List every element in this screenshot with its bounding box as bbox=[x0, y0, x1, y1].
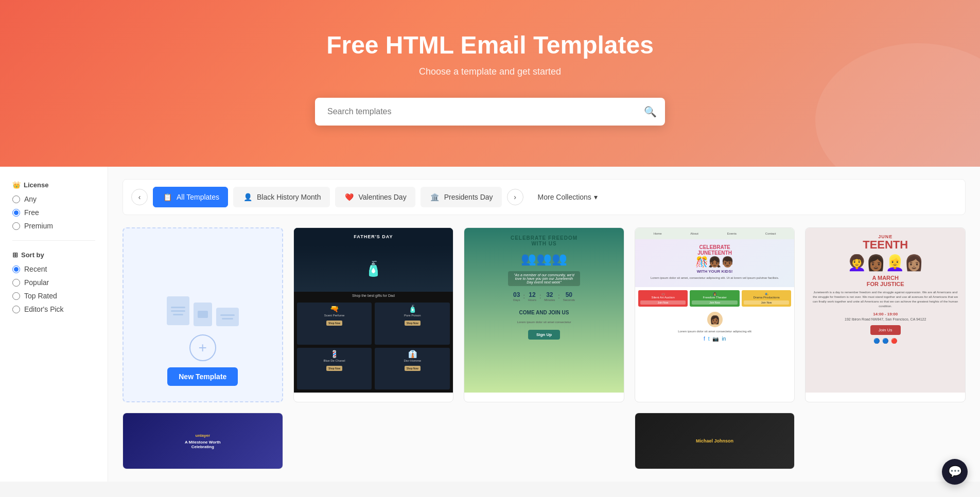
empty-slot-2 bbox=[464, 413, 624, 469]
license-filter-group: Any Free Premium bbox=[12, 195, 95, 230]
milestone-title: unlayer bbox=[196, 433, 210, 438]
june-card-1-title: Silent Art Auction bbox=[640, 296, 686, 299]
sort-editors-pick[interactable]: Editor's Pick bbox=[12, 305, 95, 313]
march-facebook-icon: 🔵 bbox=[873, 338, 880, 344]
collection-all-templates[interactable]: 📋 All Templates bbox=[153, 187, 228, 207]
june-social: f t 📷 in bbox=[635, 336, 795, 345]
timer-minutes: 32 Minutes bbox=[544, 291, 555, 303]
product-2-btn: Shop Now bbox=[405, 321, 421, 326]
march-instagram-icon: 🔴 bbox=[891, 338, 897, 344]
placeholder-line bbox=[171, 310, 185, 312]
more-collections-button[interactable]: More Collections ▾ bbox=[531, 189, 605, 205]
valentines-icon: ❤️ bbox=[344, 191, 355, 203]
license-any[interactable]: Any bbox=[12, 195, 95, 203]
product-4-btn: Shop Now bbox=[405, 366, 421, 371]
collections-bar: ‹ 📋 All Templates 👤 Black History Month … bbox=[122, 179, 966, 215]
june-card-3-btn: Join Now bbox=[744, 300, 790, 305]
timer-sep2: : bbox=[539, 291, 541, 303]
search-input[interactable] bbox=[315, 98, 665, 126]
hero-title: Free HTML Email Templates bbox=[10, 31, 970, 59]
black-history-icon: 👤 bbox=[242, 191, 253, 203]
sort-top-rated[interactable]: Top Rated bbox=[12, 292, 95, 300]
sort-recent[interactable]: Recent bbox=[12, 265, 95, 273]
freedom-quote: "As a member of our community, we'd love… bbox=[508, 271, 580, 286]
michael-name: Michael Johnson bbox=[696, 438, 733, 443]
product-3-name: Blue De Chanel bbox=[299, 359, 370, 362]
freedom-cta-desc: Lorem ipsum dolor sit amet consectetur bbox=[517, 321, 571, 324]
license-premium[interactable]: Premium bbox=[12, 222, 95, 230]
template-card-fathers-day[interactable]: FATHER'S DAY 🧴 Shop the best gifts for D… bbox=[293, 227, 454, 402]
freedom-people: 👥👥👥 bbox=[521, 252, 567, 266]
june-desc: Lorem ipsum dolor sit amet, consectetur … bbox=[640, 276, 790, 280]
collections-next-button[interactable]: › bbox=[507, 189, 523, 205]
license-free[interactable]: Free bbox=[12, 208, 95, 217]
march-date: 14:00 - 19:00 bbox=[873, 312, 898, 316]
timer-days: 03 Days bbox=[513, 291, 520, 303]
collection-presidents[interactable]: 🏛️ Presidents Day bbox=[421, 187, 502, 207]
milestone-preview: unlayer A Milestone WorthCelebrating bbox=[123, 413, 283, 469]
second-row-grid: unlayer A Milestone WorthCelebrating Mic… bbox=[122, 413, 966, 469]
june-card-3-title: Drama Productions bbox=[744, 296, 790, 299]
freedom-title: CELEBRATE FREEDOMWITH US bbox=[511, 235, 577, 246]
facebook-icon: f bbox=[704, 336, 705, 342]
june-card-1: 🎟️ Silent Art Auction Join Now bbox=[638, 290, 688, 307]
linkedin-icon: in bbox=[722, 336, 726, 342]
product-4: 👔 Dior Homme Shop Now bbox=[375, 348, 450, 390]
march-social: 🔵 🔵 🔴 bbox=[873, 338, 897, 344]
product-1: 🔫 Scent Perfume Shop Now bbox=[297, 303, 372, 345]
search-button[interactable]: 🔍 bbox=[644, 105, 657, 118]
june-bottom-text: Lorem ipsum dolor sit amet consectetur a… bbox=[635, 329, 795, 335]
product-4-name: Dior Homme bbox=[377, 359, 448, 362]
fathers-products: 🔫 Scent Perfume Shop Now 🧴 Pure Poison S… bbox=[294, 299, 453, 393]
june-nav-2: About bbox=[690, 232, 698, 235]
june-subtitle: WITH YOUR KIDS! bbox=[640, 269, 790, 274]
freedom-cta-title: COME AND JOIN US bbox=[519, 310, 569, 315]
timer-sep1: : bbox=[523, 291, 525, 303]
sort-filter-group: Recent Popular Top Rated Editor's Pick bbox=[12, 265, 95, 313]
march-twitter-icon: 🔵 bbox=[882, 338, 888, 344]
collection-black-history[interactable]: 👤 Black History Month bbox=[233, 187, 329, 207]
june-card-2-icon: 👩‍🏫 bbox=[692, 292, 738, 296]
juneteenth-preview: Home About Events Contact CELEBRATEJUNET… bbox=[635, 228, 795, 393]
main-container: 👑 License Any Free Premium ⊞ Sort by bbox=[0, 167, 980, 482]
sort-popular[interactable]: Popular bbox=[12, 278, 95, 287]
template-card-juneteenth[interactable]: Home About Events Contact CELEBRATEJUNET… bbox=[635, 227, 795, 402]
new-template-inner: + New Template bbox=[167, 334, 238, 386]
march-tenth: TEENTH bbox=[863, 239, 908, 251]
freedom-preview: CELEBRATE FREEDOMWITH US 👥👥👥 "As a membe… bbox=[464, 228, 624, 393]
collections-prev-button[interactable]: ‹ bbox=[131, 189, 148, 205]
new-template-button[interactable]: New Template bbox=[167, 367, 238, 386]
placeholder-card-2 bbox=[194, 303, 212, 326]
template-card-michael[interactable]: Michael Johnson bbox=[635, 413, 795, 469]
product-3-icon: 💈 bbox=[299, 350, 370, 358]
chevron-down-icon: ▾ bbox=[594, 193, 598, 201]
template-card-celebrate-freedom[interactable]: CELEBRATE FREEDOMWITH US 👥👥👥 "As a membe… bbox=[464, 227, 624, 402]
placeholder-card-3 bbox=[216, 308, 239, 326]
june-card-2-title: Freedom Theater bbox=[692, 296, 738, 299]
sidebar-divider bbox=[12, 240, 95, 241]
instagram-icon: 📷 bbox=[712, 336, 719, 342]
product-1-name: Scent Perfume bbox=[299, 314, 370, 317]
march-cta: Join Us bbox=[870, 325, 901, 335]
june-card-1-btn: Join Now bbox=[640, 300, 686, 305]
product-1-icon: 🔫 bbox=[299, 305, 370, 313]
template-card-milestone[interactable]: unlayer A Milestone WorthCelebrating bbox=[122, 413, 283, 469]
license-section-title: 👑 License bbox=[12, 181, 95, 189]
michael-preview: Michael Johnson bbox=[635, 413, 795, 469]
template-card-march-justice[interactable]: JUNE TEENTH 👩‍🦱👩🏾👱‍♀️👩🏽 A MARCHFOR JUSTI… bbox=[805, 227, 966, 402]
product-3: 💈 Blue De Chanel Shop Now bbox=[297, 348, 372, 390]
sort-section-title: ⊞ Sort by bbox=[12, 251, 95, 259]
june-title: CELEBRATEJUNETEENTH bbox=[640, 244, 790, 256]
crown-icon: 👑 bbox=[12, 181, 21, 189]
product-2: 🧴 Pure Poison Shop Now bbox=[375, 303, 450, 345]
june-header: Home About Events Contact bbox=[635, 228, 795, 239]
placeholder-line bbox=[220, 314, 235, 316]
chat-bubble[interactable]: 💬 bbox=[942, 459, 968, 482]
timer-sep3: : bbox=[558, 291, 559, 303]
product-2-name: Pure Poison bbox=[377, 314, 448, 317]
new-template-card[interactable]: + New Template bbox=[122, 227, 283, 402]
collection-valentines[interactable]: ❤️ Valentines Day bbox=[335, 187, 415, 207]
templates-grid: + New Template FATHER'S DAY 🧴 Shop the b… bbox=[122, 227, 966, 402]
june-nav-4: Contact bbox=[765, 232, 776, 235]
product-4-icon: 👔 bbox=[377, 350, 448, 358]
